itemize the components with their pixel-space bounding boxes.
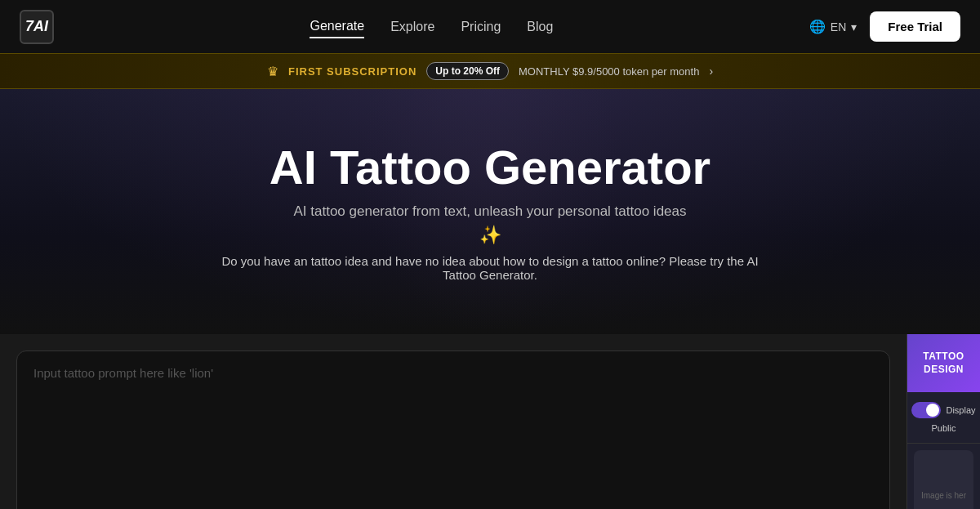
hero-content: AI Tattoo Generator AI tattoo generator … — [204, 141, 776, 282]
public-label: Public — [932, 423, 956, 433]
promo-badge: Up to 20% Off — [426, 62, 509, 80]
chevron-down-icon: ▾ — [851, 20, 857, 33]
nav-links: Generate Explore Pricing Blog — [310, 16, 553, 38]
logo[interactable]: 7AI — [20, 10, 54, 44]
side-panel: TATTOO DESIGN Display Public Image is he… — [906, 334, 980, 509]
hero-description: Do you have an tattoo idea and have no i… — [204, 254, 776, 282]
image-preview-text: Image is her — [921, 491, 966, 500]
promo-label: FIRST SUBSCRIPTION — [288, 65, 416, 78]
image-preview: Image is her — [914, 450, 973, 509]
free-trial-button[interactable]: Free Trial — [870, 11, 960, 42]
promo-arrow-icon: › — [709, 65, 713, 78]
nav-pricing[interactable]: Pricing — [461, 16, 501, 38]
tattoo-design-line2: DESIGN — [915, 364, 972, 377]
prompt-textarea[interactable] — [16, 350, 890, 509]
hero-subtitle: AI tattoo generator from text, unleash y… — [204, 203, 776, 220]
nav-explore[interactable]: Explore — [390, 16, 434, 38]
logo-icon: 7AI — [20, 10, 54, 44]
promo-banner[interactable]: ♛ FIRST SUBSCRIPTION Up to 20% Off MONTH… — [0, 53, 980, 89]
nav-blog[interactable]: Blog — [527, 16, 553, 38]
navbar: 7AI Generate Explore Pricing Blog 🌐 EN ▾… — [0, 0, 980, 53]
language-button[interactable]: 🌐 EN ▾ — [809, 19, 857, 34]
lang-label: EN — [831, 20, 846, 33]
globe-icon: 🌐 — [809, 19, 826, 34]
display-label: Display — [946, 405, 975, 415]
display-public-toggle[interactable] — [911, 402, 941, 418]
display-public-section: Display Public — [907, 392, 980, 444]
tattoo-design-line1: TATTOO — [915, 350, 972, 364]
hero-title: AI Tattoo Generator — [204, 141, 776, 194]
toggle-row: Display — [911, 402, 975, 418]
toggle-knob — [926, 404, 939, 417]
sparkle-icon: ✨ — [204, 225, 776, 246]
tattoo-design-button[interactable]: TATTOO DESIGN — [907, 334, 980, 392]
promo-monthly: MONTHLY $9.9/5000 token per month — [519, 65, 699, 78]
hero-section: AI Tattoo Generator AI tattoo generator … — [0, 89, 980, 334]
crown-icon: ♛ — [267, 64, 278, 79]
nav-right: 🌐 EN ▾ Free Trial — [809, 11, 960, 42]
input-section — [0, 334, 906, 509]
main-area: TATTOO DESIGN Display Public Image is he… — [0, 334, 980, 509]
nav-generate[interactable]: Generate — [310, 16, 364, 38]
